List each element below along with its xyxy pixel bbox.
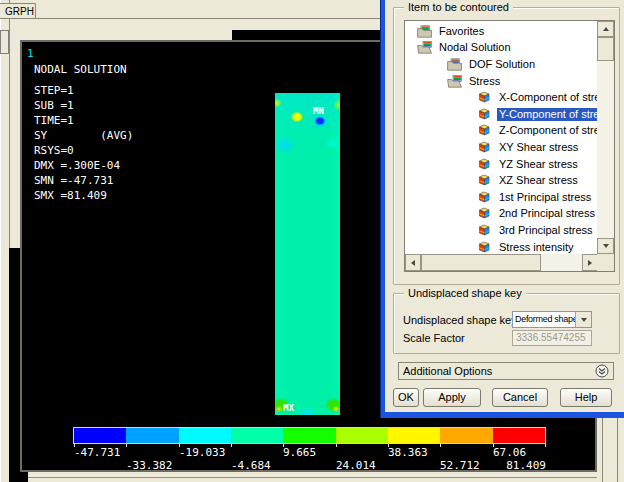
tree-item-1st-principal-stress[interactable]: 1st Principal stress: [405, 189, 597, 206]
result-cube-icon: [477, 124, 493, 137]
tree-item-label: DOF Solution: [467, 58, 537, 71]
undisplaced-shape-key-title: Undisplaced shape key: [404, 287, 526, 299]
tree-item-xy-shear-stress[interactable]: XY Shear stress: [405, 139, 597, 156]
colorbar-labels-row2: -33.382-4.68424.01452.71281.409: [74, 459, 546, 472]
stress-contour-plot[interactable]: [275, 93, 340, 415]
colorbar-value-label: 67.06: [493, 446, 526, 459]
tree-item-dof-solution[interactable]: DOF Solution: [405, 56, 597, 73]
max-node-marker: MX: [283, 403, 294, 413]
tree-item-nodal-solution[interactable]: Nodal Solution: [405, 40, 597, 57]
ok-button[interactable]: OK: [393, 388, 419, 407]
plot-number: 1: [27, 47, 34, 60]
result-cube-icon: [477, 91, 493, 104]
arrow-left-icon: [411, 260, 415, 266]
scroll-left-button[interactable]: [405, 254, 421, 271]
shape-key-dropdown[interactable]: Deformed shape or: [512, 311, 592, 328]
result-cube-icon: [477, 174, 493, 187]
colorbar-value-label: -4.684: [231, 459, 271, 472]
tree-item-label: Stress: [467, 75, 502, 88]
graphics-tab[interactable]: GRPH: [0, 3, 36, 19]
scroll-up-button[interactable]: [597, 21, 614, 37]
annotation-line: STEP=1: [34, 83, 133, 98]
colorbar-segment: [440, 428, 492, 443]
annotation-line: SY (AVG): [34, 128, 133, 143]
colorbar-segment: [336, 428, 388, 443]
tree-item-stress[interactable]: Stress: [405, 73, 597, 90]
tree-item-label: Stress intensity: [497, 241, 576, 254]
annotation-line: SMX =81.409: [34, 188, 133, 203]
tree-item-label: 3rd Principal stress: [497, 224, 595, 237]
tree-item-label: YZ Shear stress: [497, 158, 580, 171]
tree-item-2nd-principal-stress[interactable]: 2nd Principal stress: [405, 206, 597, 223]
scroll-right-button[interactable]: [582, 254, 598, 271]
result-cube-icon: [477, 224, 493, 237]
colorbar-segment: [126, 428, 178, 443]
item-to-be-contoured-title: Item to be contoured: [404, 1, 513, 13]
colorbar-value-label: 38.363: [388, 446, 428, 459]
annotation-line: NODAL SOLUTION: [34, 62, 133, 77]
tree-item-label: Nodal Solution: [437, 41, 513, 54]
result-annotation-block: NODAL SOLUTIONSTEP=1SUB =1TIME=1SY (AVG)…: [34, 62, 133, 203]
additional-options-label: Additional Options: [403, 365, 595, 377]
tree-item-label: X-Component of stress: [497, 91, 597, 104]
annotation-line: SMN =-47.731: [34, 173, 133, 188]
colorbar-value-label: 81.409: [506, 459, 546, 472]
min-node-marker: MN: [313, 106, 324, 116]
tree-item-z-component-of-stress[interactable]: Z-Component of stress: [405, 123, 597, 140]
chevron-down-icon: [581, 318, 587, 322]
frame-mini-button[interactable]: [0, 30, 9, 54]
colorbar-segment: [493, 428, 545, 443]
arrow-right-icon: [588, 260, 592, 266]
result-cube-icon: [477, 207, 493, 220]
tree-item-stress-intensity[interactable]: Stress intensity: [405, 239, 597, 254]
vertical-scroll-thumb[interactable]: [597, 37, 614, 61]
tree-item-label: XY Shear stress: [497, 141, 580, 154]
help-button[interactable]: Help: [560, 388, 612, 407]
right-frame-groove: [602, 418, 618, 482]
colorbar-value-label: 9.665: [283, 446, 316, 459]
tree-item-y-component-of-stress[interactable]: Y-Component of stress: [405, 106, 597, 123]
colorbar-value-label: 52.712: [440, 459, 480, 472]
folder-closed-icon: [447, 58, 463, 71]
double-chevron-down-icon: [595, 364, 609, 378]
tree-item-x-component-of-stress[interactable]: X-Component of stress: [405, 89, 597, 106]
scale-factor-label: Scale Factor: [403, 332, 465, 344]
colorbar-segment: [388, 428, 440, 443]
tree-item-3rd-principal-stress[interactable]: 3rd Principal stress: [405, 222, 597, 239]
contour-legend-colorbar: [74, 428, 545, 443]
annotation-line: RSYS=0: [34, 143, 133, 158]
colorbar-value-label: -33.382: [126, 459, 172, 472]
shape-key-label: Undisplaced shape key: [403, 314, 517, 326]
scroll-down-button[interactable]: [597, 238, 614, 254]
contour-nodal-solution-dialog: Item to be contoured FavoritesNodal Solu…: [381, 0, 624, 418]
apply-button[interactable]: Apply: [423, 388, 481, 407]
annotation-line: DMX =.300E-04: [34, 158, 133, 173]
tab-divider-line: [0, 18, 382, 19]
colorbar-segment: [74, 428, 126, 443]
tree-item-label: Favorites: [437, 25, 486, 38]
folder-closed-icon: [417, 25, 433, 38]
tree-item-xz-shear-stress[interactable]: XZ Shear stress: [405, 172, 597, 189]
graphics-tab-label: GRPH: [5, 6, 34, 17]
shape-key-selected-value: Deformed shape or: [515, 314, 575, 325]
tree-item-favorites[interactable]: Favorites: [405, 23, 597, 40]
dropdown-button[interactable]: [575, 312, 591, 327]
colorbar-segment: [231, 428, 283, 443]
tree-item-label: Y-Component of stress: [497, 108, 597, 121]
statusbar-divider: [28, 477, 597, 478]
scale-factor-input[interactable]: 3336.55474255: [512, 330, 592, 346]
contour-item-listbox[interactable]: FavoritesNodal SolutionDOF SolutionStres…: [404, 20, 615, 272]
tree-item-label: 1st Principal stress: [497, 191, 593, 204]
tree-item-yz-shear-stress[interactable]: YZ Shear stress: [405, 156, 597, 173]
tree-item-label: Z-Component of stress: [497, 124, 597, 137]
horizontal-scroll-thumb[interactable]: [421, 254, 541, 271]
folder-open-icon: [417, 41, 433, 54]
colorbar-segment: [179, 428, 231, 443]
result-cube-icon: [477, 141, 493, 154]
scrollbar-corner: [597, 254, 614, 271]
contour-item-tree[interactable]: FavoritesNodal SolutionDOF SolutionStres…: [405, 21, 597, 254]
cancel-button[interactable]: Cancel: [492, 388, 548, 407]
additional-options-expander[interactable]: Additional Options: [398, 362, 614, 380]
annotation-line: SUB =1: [34, 98, 133, 113]
result-cube-icon: [477, 241, 493, 254]
